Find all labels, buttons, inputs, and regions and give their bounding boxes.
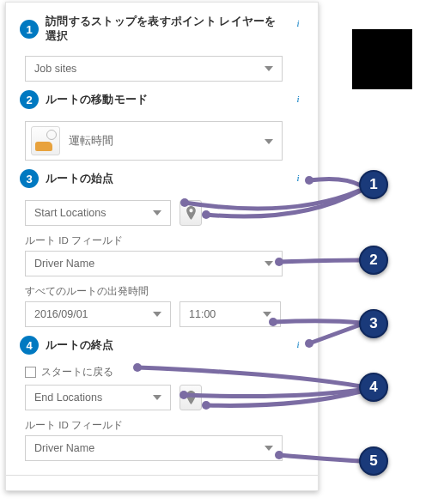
chevron-down-icon (265, 66, 273, 71)
return-to-start-label: スタートに戻る (41, 365, 113, 380)
start-layer-dropdown[interactable]: Start Locations (25, 200, 171, 226)
departure-time-dropdown[interactable]: 11:00 (179, 301, 281, 327)
step-1: 1 訪問するストップを表すポイント レイヤーを選択 i Job sites (20, 15, 304, 82)
departure-date-dropdown[interactable]: 2016/09/01 (25, 301, 171, 327)
departure-time-value: 11:00 (189, 308, 216, 320)
step-3: 3 ルートの始点 i Start Locations ルート ID フィールド … (20, 169, 304, 327)
end-layer-dropdown[interactable]: End Locations (25, 385, 171, 410)
chevron-down-icon (153, 395, 161, 400)
step-number-2: 2 (20, 90, 39, 109)
start-id-field-dropdown[interactable]: Driver Name (25, 251, 283, 276)
step-number-3: 3 (20, 169, 39, 188)
step-1-header: 1 訪問するストップを表すポイント レイヤーを選択 i (20, 15, 304, 44)
chevron-down-icon (153, 312, 161, 317)
step-4-title: ルートの終点 (46, 338, 114, 353)
end-location-picker-button[interactable] (179, 385, 202, 410)
info-icon[interactable]: i (292, 338, 304, 350)
chevron-down-icon (265, 261, 273, 266)
step-2: 2 ルートの移動モード i 運転時間 (20, 90, 304, 161)
step-3-header: 3 ルートの始点 i (20, 169, 304, 188)
start-location-picker-button[interactable] (179, 200, 202, 226)
chevron-down-icon (265, 446, 273, 451)
start-id-field-value: Driver Name (34, 258, 94, 270)
annotation-callout-1: 1 (359, 170, 388, 199)
pin-icon (186, 391, 196, 404)
route-config-panel: 1 訪問するストップを表すポイント レイヤーを選択 i Job sites 2 … (5, 2, 319, 491)
chevron-down-icon (265, 139, 273, 144)
return-to-start-checkbox[interactable] (25, 367, 36, 378)
step-2-title: ルートの移動モード (46, 93, 148, 107)
annotation-callout-5: 5 (359, 446, 388, 476)
departure-label: すべてのルートの出発時間 (25, 285, 304, 298)
departure-date-value: 2016/09/01 (34, 308, 88, 320)
pin-icon (186, 206, 196, 220)
decorative-box (352, 29, 412, 89)
chevron-down-icon (263, 312, 271, 317)
step-4: 4 ルートの終点 i スタートに戻る End Locations ルート ID … (20, 336, 304, 461)
info-icon[interactable]: i (292, 93, 304, 105)
travel-mode-value: 運転時間 (69, 134, 113, 149)
step-number-4: 4 (20, 336, 39, 355)
car-clock-icon (31, 126, 60, 155)
start-layer-value: Start Locations (34, 207, 106, 219)
step-3-title: ルートの始点 (46, 172, 114, 186)
step-2-header: 2 ルートの移動モード i (20, 90, 304, 109)
end-id-field-value: Driver Name (34, 442, 94, 454)
step-4-header: 4 ルートの終点 i (20, 336, 304, 355)
end-id-label: ルート ID フィールド (25, 419, 304, 432)
start-id-label: ルート ID フィールド (25, 234, 304, 247)
annotation-callout-2: 2 (359, 246, 388, 275)
end-id-field-dropdown[interactable]: Driver Name (25, 435, 283, 461)
travel-mode-dropdown[interactable]: 運転時間 (25, 121, 283, 161)
chevron-down-icon (153, 210, 161, 216)
annotation-callout-4: 4 (359, 373, 388, 402)
stops-layer-dropdown[interactable]: Job sites (25, 56, 283, 82)
end-layer-value: End Locations (34, 392, 102, 404)
step-number-1: 1 (20, 20, 39, 39)
info-icon[interactable]: i (292, 17, 304, 29)
info-icon[interactable]: i (292, 172, 304, 184)
annotation-callout-3: 3 (359, 309, 388, 338)
step-1-title: 訪問するストップを表すポイント レイヤーを選択 (46, 15, 287, 44)
stops-layer-value: Job sites (34, 63, 76, 75)
